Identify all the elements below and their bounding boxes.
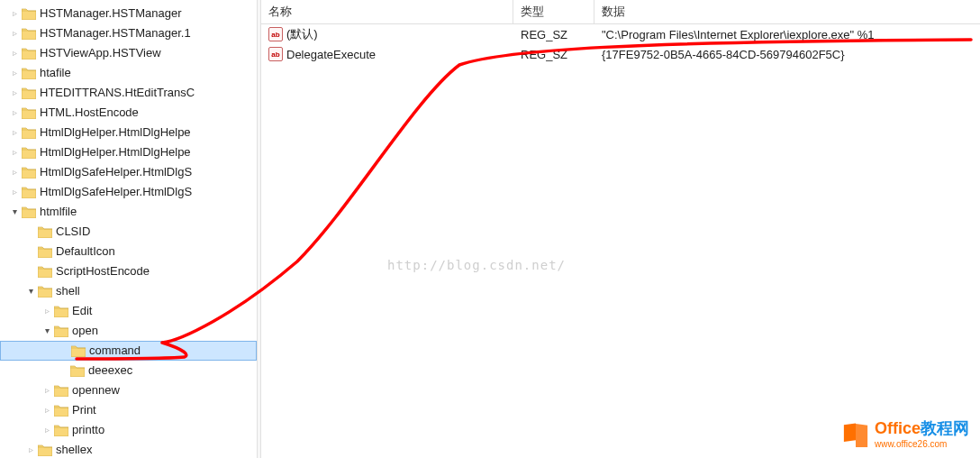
folder-icon bbox=[22, 166, 36, 179]
chevron-right-icon[interactable]: ▹ bbox=[40, 400, 54, 420]
tree-item-label: HtmlDlgHelper.HtmlDlgHelpe bbox=[40, 142, 191, 162]
brand-title: Office教程网 bbox=[875, 417, 969, 439]
header-name[interactable]: 名称 bbox=[261, 0, 513, 23]
tree-item-label: CLSID bbox=[56, 222, 90, 242]
folder-icon bbox=[22, 186, 36, 198]
tree-item-label: HtmlDlgHelper.HtmlDlgHelpe bbox=[40, 123, 191, 142]
tree-item-label: HtmlDlgSafeHelper.HtmlDlgS bbox=[40, 162, 192, 182]
tree-item-html-hostencode[interactable]: ▹HTML.HostEncode bbox=[0, 103, 257, 123]
tree-item-command[interactable]: command bbox=[0, 341, 257, 361]
tree-item-htafile[interactable]: ▹htafile bbox=[0, 63, 257, 83]
tree-item-label: DefaultIcon bbox=[56, 242, 115, 261]
folder-icon bbox=[22, 126, 36, 139]
chevron-right-icon[interactable]: ▹ bbox=[40, 380, 54, 400]
string-value-icon: ab bbox=[268, 47, 283, 61]
tree-item-label: HTEDITTRANS.HtEditTransC bbox=[40, 83, 195, 103]
chevron-down-icon[interactable]: ▾ bbox=[40, 321, 54, 341]
tree-item-hstmanager-hstmanager[interactable]: ▹HSTManager.HSTManager bbox=[0, 4, 257, 23]
folder-icon bbox=[22, 146, 36, 159]
tree-item-label: HtmlDlgSafeHelper.HtmlDlgS bbox=[40, 182, 192, 202]
svg-rect-1 bbox=[856, 423, 867, 446]
tree-item-label: shell bbox=[56, 281, 80, 301]
tree-item-label: HSTViewApp.HSTView bbox=[40, 43, 161, 63]
list-header: 名称 类型 数据 bbox=[261, 0, 980, 24]
tree-item-shell[interactable]: ▾shell bbox=[0, 281, 257, 301]
value-data: "C:\Program Files\Internet Explorer\iexp… bbox=[594, 28, 980, 41]
tree-item-htmldlghelper-htmldlghelpe[interactable]: ▹HtmlDlgHelper.HtmlDlgHelpe bbox=[0, 123, 257, 142]
tree-item-label: HSTManager.HSTManager.1 bbox=[40, 23, 191, 43]
value-name: DelegateExecute bbox=[286, 48, 376, 61]
folder-icon bbox=[71, 344, 86, 357]
header-type[interactable]: 类型 bbox=[513, 0, 594, 23]
tree-item-deeexec[interactable]: deeexec bbox=[0, 361, 257, 380]
tree-item-label: printto bbox=[72, 420, 104, 440]
chevron-down-icon[interactable]: ▾ bbox=[7, 202, 22, 222]
brand-badge: Office教程网 www.office26.com bbox=[842, 417, 969, 449]
tree-item-label: open bbox=[72, 321, 98, 341]
chevron-right-icon[interactable]: ▹ bbox=[7, 123, 22, 142]
chevron-right-icon[interactable]: ▹ bbox=[40, 420, 54, 440]
tree-item-label: Edit bbox=[72, 301, 92, 321]
tree-item-label: htafile bbox=[40, 63, 71, 83]
chevron-right-icon[interactable]: ▹ bbox=[7, 63, 22, 83]
tree-item-edit[interactable]: ▹Edit bbox=[0, 301, 257, 321]
folder-icon bbox=[22, 206, 36, 218]
list-row[interactable]: abDelegateExecuteREG_SZ{17FE9752-0B5A-46… bbox=[261, 44, 980, 64]
folder-icon bbox=[38, 444, 52, 456]
chevron-right-icon[interactable]: ▹ bbox=[40, 301, 54, 321]
tree-item-print[interactable]: ▹Print bbox=[0, 400, 257, 420]
tree-item-opennew[interactable]: ▹opennew bbox=[0, 380, 257, 400]
folder-icon bbox=[54, 424, 68, 436]
chevron-right-icon[interactable]: ▹ bbox=[7, 23, 22, 43]
tree-item-hstmanager-hstmanager-1[interactable]: ▹HSTManager.HSTManager.1 bbox=[0, 23, 257, 43]
list-row[interactable]: ab(默认)REG_SZ"C:\Program Files\Internet E… bbox=[261, 24, 980, 44]
chevron-right-icon[interactable]: ▹ bbox=[7, 142, 22, 162]
tree-item-printto[interactable]: ▹printto bbox=[0, 420, 257, 440]
chevron-down-icon[interactable]: ▾ bbox=[23, 281, 38, 301]
header-data[interactable]: 数据 bbox=[594, 0, 980, 23]
folder-icon bbox=[38, 265, 52, 278]
tree-item-htedittrans-htedittransc[interactable]: ▹HTEDITTRANS.HtEditTransC bbox=[0, 83, 257, 103]
folder-icon bbox=[22, 87, 36, 99]
tree-item-shellex[interactable]: ▹shellex bbox=[0, 440, 257, 458]
tree-item-label: Print bbox=[72, 400, 96, 420]
tree-item-hstviewapp-hstview[interactable]: ▹HSTViewApp.HSTView bbox=[0, 43, 257, 63]
value-data: {17FE9752-0B5A-4665-84CD-569794602F5C} bbox=[594, 48, 980, 61]
folder-icon bbox=[54, 325, 68, 337]
folder-icon bbox=[38, 225, 52, 238]
folder-icon bbox=[22, 27, 36, 40]
tree-item-htmldlgsafehelper-htmldlgs[interactable]: ▹HtmlDlgSafeHelper.HtmlDlgS bbox=[0, 182, 257, 202]
chevron-right-icon[interactable]: ▹ bbox=[23, 440, 38, 458]
chevron-right-icon[interactable]: ▹ bbox=[7, 4, 22, 23]
folder-icon bbox=[22, 106, 36, 119]
chevron-right-icon[interactable]: ▹ bbox=[7, 43, 22, 63]
folder-icon bbox=[22, 47, 36, 60]
folder-icon bbox=[54, 384, 68, 397]
folder-icon bbox=[22, 7, 36, 20]
tree-item-label: opennew bbox=[72, 380, 120, 400]
tree-item-label: deeexec bbox=[88, 361, 132, 380]
tree-item-label: HTML.HostEncode bbox=[40, 103, 139, 123]
tree-item-htmldlghelper-htmldlghelpe[interactable]: ▹HtmlDlgHelper.HtmlDlgHelpe bbox=[0, 142, 257, 162]
tree-item-label: ScriptHostEncode bbox=[56, 261, 150, 281]
tree-item-htmlfile[interactable]: ▾htmlfile bbox=[0, 202, 257, 222]
tree-item-scripthostencode[interactable]: ScriptHostEncode bbox=[0, 261, 257, 281]
folder-icon bbox=[22, 67, 36, 79]
tree-item-label: htmlfile bbox=[40, 202, 77, 222]
folder-icon bbox=[38, 245, 52, 258]
chevron-right-icon[interactable]: ▹ bbox=[7, 83, 22, 103]
chevron-right-icon[interactable]: ▹ bbox=[7, 162, 22, 182]
tree-item-label: HSTManager.HSTManager bbox=[40, 4, 182, 23]
chevron-right-icon[interactable]: ▹ bbox=[7, 182, 22, 202]
tree-item-clsid[interactable]: CLSID bbox=[0, 222, 257, 242]
chevron-right-icon[interactable]: ▹ bbox=[7, 103, 22, 123]
value-type: REG_SZ bbox=[513, 28, 594, 41]
value-name: (默认) bbox=[286, 26, 318, 42]
tree-item-htmldlgsafehelper-htmldlgs[interactable]: ▹HtmlDlgSafeHelper.HtmlDlgS bbox=[0, 162, 257, 182]
registry-values-panel: 名称 类型 数据 ab(默认)REG_SZ"C:\Program Files\I… bbox=[261, 0, 980, 458]
tree-item-open[interactable]: ▾open bbox=[0, 321, 257, 341]
registry-tree-panel[interactable]: ▹HSTManager.HSTManager▹HSTManager.HSTMan… bbox=[0, 0, 258, 458]
tree-item-defaulticon[interactable]: DefaultIcon bbox=[0, 242, 257, 261]
office-logo-icon bbox=[842, 420, 869, 447]
tree-item-label: command bbox=[89, 341, 141, 361]
